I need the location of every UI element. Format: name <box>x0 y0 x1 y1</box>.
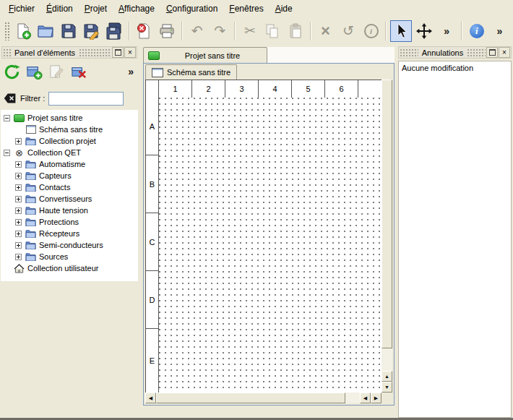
menu-aide[interactable]: Aide <box>270 1 298 16</box>
delete-icon: × <box>321 23 330 39</box>
tree-item-collection-qet[interactable]: ⊗ Collection QET <box>1 147 138 158</box>
collapse-icon[interactable] <box>4 150 10 156</box>
menu-projet[interactable]: Projet <box>79 1 113 16</box>
schema-icon <box>25 124 36 134</box>
header-corner <box>146 80 159 98</box>
select-mode-button[interactable] <box>390 20 412 42</box>
dock-float-button[interactable] <box>112 47 124 58</box>
expand-icon[interactable] <box>15 138 22 145</box>
grid-area[interactable] <box>159 213 381 271</box>
menu-fichier[interactable]: Fichier <box>3 1 40 16</box>
schema-canvas[interactable]: 1 2 3 4 5 6 A B <box>145 80 381 393</box>
scroll-down-button[interactable]: ▼ <box>381 382 392 393</box>
toolbar-overflow-button[interactable]: » <box>436 20 457 42</box>
about-info-icon: i <box>470 24 484 38</box>
clear-filter-button[interactable] <box>4 92 17 105</box>
expand-icon[interactable] <box>15 242 22 249</box>
delete-button[interactable]: × <box>315 20 337 42</box>
copy-button[interactable] <box>262 20 284 42</box>
cut-button[interactable]: ✂ <box>239 20 261 42</box>
redo-button[interactable]: ↷ <box>209 20 230 42</box>
tree-item-capteurs[interactable]: Capteurs <box>1 170 138 181</box>
toolbar-separator <box>385 22 387 40</box>
undo-button[interactable]: ↶ <box>186 20 208 42</box>
collapse-icon[interactable] <box>4 115 10 121</box>
save-as-button[interactable] <box>81 20 103 42</box>
backspace-icon <box>4 92 17 105</box>
rotate-button[interactable]: ↺ <box>337 20 359 42</box>
close-file-button[interactable] <box>134 20 155 42</box>
elements-panel-titlebar[interactable]: Panel d'éléments × <box>1 46 137 59</box>
scroll-left-button[interactable]: ◀ <box>360 393 371 403</box>
print-button[interactable] <box>156 20 178 42</box>
expand-icon[interactable] <box>15 173 22 179</box>
expand-icon[interactable] <box>15 184 22 191</box>
horizontal-scroll-thumb[interactable] <box>156 393 345 403</box>
paste-button[interactable] <box>285 20 306 42</box>
tree-item-project[interactable]: Projet sans titre <box>1 112 138 124</box>
folder-icon <box>25 205 36 215</box>
menu-edition[interactable]: Édition <box>40 1 79 16</box>
expand-icon[interactable] <box>15 219 22 226</box>
about-button[interactable]: i <box>466 20 488 42</box>
grid-area[interactable] <box>159 98 381 155</box>
save-all-button[interactable] <box>103 20 125 42</box>
scroll-track <box>345 393 360 403</box>
grid-area[interactable] <box>159 271 381 329</box>
panel-toolbar-overflow-button[interactable]: » <box>128 66 134 77</box>
schema-tab[interactable]: Schéma sans titre <box>145 64 237 80</box>
expand-icon[interactable] <box>15 207 22 214</box>
menu-configuration[interactable]: Configuration <box>160 1 223 16</box>
new-document-button[interactable] <box>12 20 34 42</box>
column-header: 1 2 3 4 5 6 <box>146 80 381 98</box>
expand-icon[interactable] <box>15 161 22 168</box>
column-label: 5 <box>292 80 325 98</box>
filter-input[interactable] <box>48 92 124 106</box>
canvas-row: A <box>146 98 381 155</box>
tree-item-convertisseurs[interactable]: Convertisseurs <box>1 193 138 205</box>
tree-item-protections[interactable]: Protections <box>1 216 138 228</box>
tree-item-recepteurs[interactable]: Récepteurs <box>1 228 138 239</box>
scroll-up-button[interactable]: ▲ <box>381 371 392 382</box>
save-button[interactable] <box>58 20 79 42</box>
new-element-button[interactable] <box>24 61 44 82</box>
dock-close-button[interactable]: × <box>499 47 510 58</box>
reload-collections-button[interactable] <box>1 61 22 82</box>
dock-float-button[interactable] <box>486 47 498 58</box>
conductor-info-button[interactable]: i <box>361 20 382 42</box>
scroll-right-button[interactable]: ▶ <box>371 393 381 403</box>
move-cross-icon <box>415 22 433 40</box>
grid-area[interactable] <box>159 155 381 213</box>
dock-close-button[interactable]: × <box>124 47 136 58</box>
tree-item-haute-tension[interactable]: Haute tension <box>1 205 138 216</box>
tree-item-sources[interactable]: Sources <box>1 251 138 262</box>
menu-affichage[interactable]: Affichage <box>113 1 160 16</box>
chevron-right-icon: » <box>496 25 502 37</box>
toolbar-extension-button[interactable]: » <box>489 20 511 42</box>
scroll-left-button[interactable]: ◀ <box>145 393 156 403</box>
delete-element-button[interactable] <box>69 61 89 82</box>
open-button[interactable] <box>35 20 56 42</box>
expand-icon[interactable] <box>15 231 22 237</box>
project-tab[interactable]: Projet sans titre <box>143 47 267 63</box>
tree-item-collection-utilisateur[interactable]: Collection utilisateur <box>1 262 138 274</box>
move-mode-button[interactable] <box>413 20 435 42</box>
tree-item-semi-conducteurs[interactable]: Semi-conducteurs <box>1 239 138 251</box>
tree-item-collection-projet[interactable]: Collection projet <box>1 135 138 147</box>
menu-fenetres[interactable]: Fenêtres <box>223 1 269 16</box>
tree-item-contacts[interactable]: Contacts <box>1 181 138 193</box>
vertical-scrollbar: ▲ ▼ <box>381 80 392 393</box>
expand-icon[interactable] <box>15 196 22 202</box>
undo-panel-titlebar[interactable]: Annulations × <box>398 46 512 59</box>
cut-icon: ✂ <box>244 24 256 38</box>
header-filler <box>358 80 381 98</box>
undo-icon: ↶ <box>191 24 203 38</box>
tree-item-automatisme[interactable]: Automatisme <box>1 158 138 170</box>
edit-element-button[interactable] <box>46 61 66 82</box>
tree-item-schema[interactable]: Schéma sans titre <box>1 124 138 135</box>
vertical-scroll-thumb[interactable] <box>381 80 392 348</box>
canvas-body: A B C D E <box>146 98 381 393</box>
grid-area[interactable] <box>159 329 381 393</box>
expand-icon[interactable] <box>15 254 22 260</box>
dock-drag-handle <box>3 48 11 56</box>
